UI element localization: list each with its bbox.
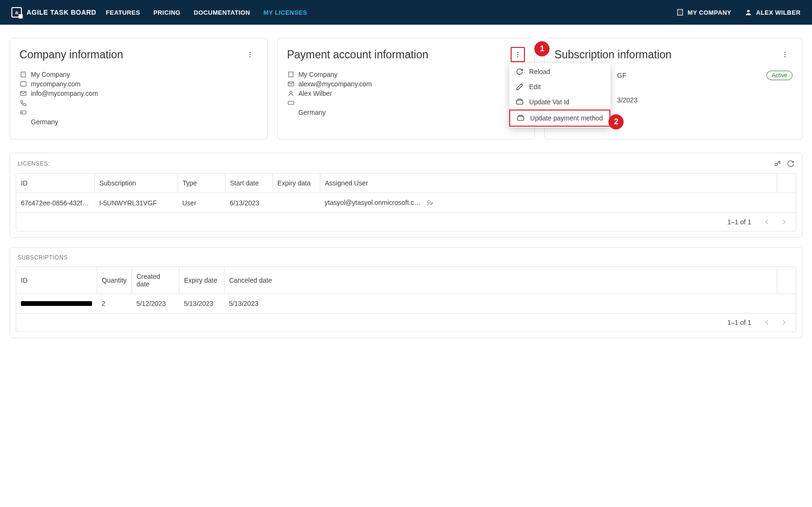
table-header-row: ID Subscription Type Start date Expiry d… — [16, 174, 796, 193]
licenses-section: LICENSES: ID Subscription Type Start dat… — [9, 153, 803, 238]
col-quantity[interactable]: Quantity — [97, 267, 131, 294]
svg-point-8 — [249, 52, 251, 53]
dropdown-reload-label: Reload — [529, 68, 550, 75]
svg-point-9 — [249, 54, 251, 55]
cell-expiry: 5/13/2023 — [179, 294, 224, 313]
col-start[interactable]: Start date — [225, 174, 272, 193]
payment-account-card: Payment account information 1 My Company… — [277, 38, 535, 139]
id-card-icon — [19, 109, 27, 116]
subscription-status-badge: Active — [766, 71, 793, 80]
nav-user-label: ALEX WILBER — [756, 9, 801, 16]
phone-icon — [19, 99, 27, 107]
edit-user-icon[interactable] — [426, 199, 434, 207]
company-more-button[interactable] — [243, 47, 258, 62]
nav-user-link[interactable]: ALEX WILBER — [745, 9, 801, 16]
dropdown-update-vat[interactable]: Update Vat Id — [509, 94, 610, 110]
col-subscription[interactable]: Subscription — [94, 174, 177, 193]
card-title-payment: Payment account information — [287, 48, 429, 61]
svg-point-34 — [775, 163, 777, 166]
company-domain: mycompany.com — [31, 80, 81, 88]
card-row: Company information My Company mycompany… — [9, 38, 803, 139]
svg-rect-11 — [21, 72, 25, 77]
svg-rect-23 — [289, 72, 293, 77]
cell-subscription: I-5UNWYRL31VGF — [94, 193, 177, 213]
col-expiry[interactable]: Expiry data — [272, 174, 320, 193]
svg-point-10 — [249, 56, 251, 57]
col-user[interactable]: Assigned User — [320, 174, 777, 193]
svg-point-19 — [22, 112, 23, 113]
col-actions — [777, 174, 796, 193]
subscriptions-pagination: 1–1 of 1 — [16, 313, 796, 332]
svg-point-33 — [784, 56, 786, 57]
col-id[interactable]: ID — [16, 174, 94, 193]
card-title-subscription: Subscription information — [554, 48, 672, 61]
dropdown-update-payment-method[interactable]: Update payment method — [509, 110, 610, 127]
nav-right: MY COMPANY ALEX WILBER — [676, 9, 801, 16]
card-title-company: Company information — [19, 48, 123, 61]
svg-rect-16 — [20, 82, 26, 86]
brand[interactable]: a AGILE TASK BOARD — [11, 7, 96, 18]
col-id[interactable]: ID — [16, 267, 97, 294]
table-row[interactable]: 67c472ee-0856-432f-babc... I-5UNWYRL31VG… — [16, 193, 796, 213]
dropdown-payment-label: Update payment method — [530, 114, 603, 122]
licenses-table: ID Subscription Type Start date Expiry d… — [16, 174, 796, 213]
subscription-id-suffix: GF — [617, 72, 626, 79]
col-canceled[interactable]: Canceled date — [224, 267, 777, 294]
next-page-icon[interactable] — [780, 218, 788, 226]
wallet-icon — [516, 98, 523, 106]
cell-id: 67c472ee-0856-432f-babc... — [16, 193, 94, 213]
payment-more-button[interactable] — [511, 47, 525, 62]
nav-links: FEATURES PRICING DOCUMENTATION MY LICENS… — [106, 9, 307, 16]
refresh-icon[interactable] — [787, 160, 794, 167]
cell-type: User — [177, 193, 225, 213]
col-type[interactable]: Type — [177, 174, 225, 193]
cell-user-text: ytasyol@ytasyol.onmicrosoft.c… — [325, 199, 421, 206]
company-email: info@mycompany.com — [31, 90, 98, 97]
company-info-card: Company information My Company mycompany… — [9, 38, 268, 139]
licenses-pagination: 1–1 of 1 — [16, 213, 796, 231]
cell-expiry — [272, 193, 320, 213]
payment-country: Germany — [299, 109, 326, 116]
svg-rect-0 — [677, 9, 682, 15]
svg-point-35 — [428, 201, 430, 203]
svg-rect-28 — [288, 101, 294, 105]
nav-company-link[interactable]: MY COMPANY — [676, 9, 731, 16]
nav-link-my-licenses[interactable]: MY LICENSES — [263, 9, 307, 16]
redacted-id — [21, 301, 92, 306]
col-created[interactable]: Created date — [131, 267, 179, 294]
dropdown-vat-label: Update Vat Id — [529, 98, 569, 106]
pagination-text: 1–1 of 1 — [727, 218, 751, 226]
wallet-icon — [517, 114, 524, 122]
svg-point-22 — [517, 56, 519, 57]
id-card-icon — [287, 99, 295, 107]
svg-point-31 — [784, 52, 786, 53]
dropdown-edit[interactable]: Edit — [509, 79, 610, 94]
key-icon[interactable] — [774, 160, 781, 167]
table-row[interactable]: 2 5/12/2023 5/13/2023 5/13/2023 — [16, 294, 796, 313]
svg-point-20 — [517, 52, 519, 53]
person-icon — [287, 90, 295, 97]
top-nav: a AGILE TASK BOARD FEATURES PRICING DOCU… — [0, 0, 812, 25]
globe-icon — [19, 80, 27, 88]
col-actions — [777, 267, 796, 294]
prev-page-icon[interactable] — [763, 218, 771, 226]
payment-dropdown-menu: Reload Edit Update Vat Id Update payment… — [509, 63, 610, 128]
svg-rect-29 — [516, 101, 523, 104]
payment-person: Alex Wilber — [299, 90, 332, 97]
dropdown-edit-label: Edit — [529, 83, 541, 91]
col-expiry[interactable]: Expiry date — [179, 267, 224, 294]
user-icon — [745, 9, 752, 16]
licenses-label: LICENSES: — [18, 160, 50, 167]
nav-link-pricing[interactable]: PRICING — [153, 9, 180, 16]
subscription-date-suffix: 3/2023 — [617, 96, 637, 104]
next-page-icon[interactable] — [780, 318, 788, 327]
mail-icon — [19, 90, 27, 97]
subscriptions-table: ID Quantity Created date Expiry date Can… — [16, 267, 796, 313]
brand-logo-icon: a — [11, 7, 22, 18]
nav-company-label: MY COMPANY — [688, 9, 731, 16]
subscription-more-button[interactable] — [777, 47, 793, 62]
nav-link-features[interactable]: FEATURES — [106, 9, 140, 16]
prev-page-icon[interactable] — [763, 318, 771, 327]
nav-link-documentation[interactable]: DOCUMENTATION — [194, 9, 250, 16]
dropdown-reload[interactable]: Reload — [509, 64, 610, 79]
